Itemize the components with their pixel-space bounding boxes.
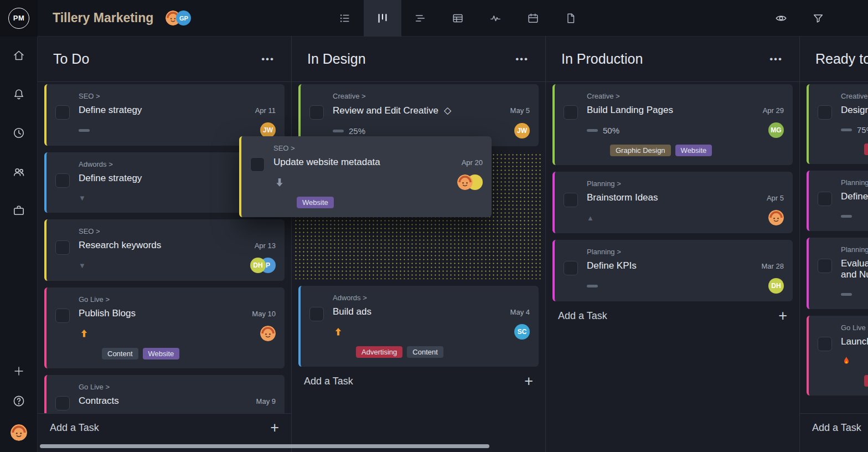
board-view-icon — [376, 12, 389, 24]
user-initials-avatar: SC — [514, 324, 530, 340]
task-category: Creative > — [841, 92, 868, 100]
view-tab-list[interactable] — [326, 0, 364, 37]
assignee-avatars — [260, 326, 276, 341]
assignee-avatars — [457, 174, 483, 190]
view-tab-doc[interactable] — [552, 0, 590, 37]
task-due-date: Apr 29 — [763, 106, 784, 115]
sidebar-user-avatar[interactable] — [11, 424, 27, 441]
column-header: In Production ••• — [546, 37, 799, 82]
task-checkbox[interactable] — [55, 173, 70, 188]
column-title: In Production — [561, 51, 643, 67]
sheet-view-icon — [452, 12, 464, 24]
header-avatars[interactable]: GP — [166, 11, 191, 25]
view-tab-calendar[interactable] — [514, 0, 552, 37]
sidebar-top — [12, 37, 25, 217]
task-title: Define strategy — [79, 173, 142, 184]
priority-fire-icon — [841, 356, 852, 367]
task-checkbox[interactable] — [564, 193, 578, 207]
sidebar-item-plus[interactable] — [12, 364, 25, 378]
topbar: PM Tillery Marketing GP — [0, 0, 868, 37]
task-card[interactable]: Planning > Evaluate and Numbers — [807, 238, 868, 309]
add-task-label: Add a Task — [558, 310, 607, 322]
task-checkbox[interactable] — [55, 396, 70, 410]
activity-view-icon — [489, 12, 502, 24]
task-due-date: Mar 28 — [762, 262, 784, 270]
progress-bar — [333, 130, 344, 132]
column-in-design: In Design ••• Creative > Review and Edit… — [292, 37, 546, 452]
task-category: Planning > — [587, 248, 784, 256]
task-checkbox[interactable] — [309, 307, 324, 321]
task-card[interactable]: Planning > Define message — [807, 171, 868, 231]
task-title: Design Ads — [841, 105, 868, 116]
column-title: To Do — [53, 51, 89, 67]
view-tab-sheet[interactable] — [439, 0, 477, 37]
task-card[interactable]: Planning > Brainstorm Ideas Apr 5 ▲ — [552, 172, 793, 233]
sidebar-item-home[interactable] — [12, 49, 25, 62]
view-tab-board[interactable] — [364, 0, 401, 37]
task-card[interactable]: SEO > Research keywords Apr 13 ▼ DHP — [44, 219, 285, 281]
progress-bar — [841, 129, 852, 131]
dragged-card[interactable]: SEO > Update website metadata Apr 20 Web… — [239, 136, 492, 217]
list-view-icon — [339, 12, 351, 24]
home-icon — [12, 49, 25, 62]
view-tab-tasks[interactable] — [401, 0, 439, 37]
app-logo[interactable]: PM — [0, 0, 38, 37]
task-tags: Graphic DesignWebsite — [610, 145, 784, 156]
task-category: SEO > — [273, 144, 483, 152]
briefcase-icon — [12, 204, 25, 217]
task-due-date: Apr 5 — [767, 194, 784, 202]
add-task-button[interactable]: Add a Task + — [38, 413, 291, 442]
task-checkbox[interactable] — [55, 105, 70, 120]
tag-website: Website — [143, 348, 180, 359]
pm-logo-icon: PM — [8, 8, 29, 29]
tag-advertising: Advertising — [356, 346, 402, 358]
user-initials-avatar: DH — [250, 258, 266, 273]
sidebar-item-briefcase[interactable] — [12, 204, 25, 217]
task-tags: AdvertisingContent — [356, 346, 530, 358]
task-checkbox[interactable] — [564, 105, 578, 120]
sidebar-item-bell[interactable] — [12, 88, 25, 101]
task-card[interactable]: Go Live > Publish Blogs May 10 ContentWe… — [44, 287, 285, 368]
task-title: Contracts — [79, 396, 119, 407]
column-menu-button[interactable]: ••• — [261, 54, 275, 65]
tag-content: Content — [102, 348, 138, 359]
sidebar-item-clock[interactable] — [12, 126, 25, 140]
column-todo: To Do ••• SEO > Define strategy Apr 11 J… — [38, 37, 292, 452]
task-checkbox[interactable] — [55, 309, 70, 323]
task-card[interactable]: Go Live > Launch Campaign Advertising — [807, 316, 868, 396]
task-checkbox[interactable] — [250, 157, 265, 172]
task-title: Update website metadata — [273, 157, 380, 168]
task-checkbox[interactable] — [309, 105, 324, 120]
task-checkbox[interactable] — [564, 261, 578, 275]
plus-icon: + — [524, 374, 533, 389]
task-checkbox[interactable] — [55, 240, 70, 255]
task-card[interactable]: Adwords > Build ads May 4 SC Advertising… — [298, 286, 539, 367]
visibility-icon[interactable] — [775, 12, 787, 24]
sidebar-item-team[interactable] — [12, 165, 25, 178]
task-card[interactable]: Creative > Build Landing Pages Apr 29 50… — [552, 84, 793, 165]
task-category: SEO > — [79, 92, 276, 100]
priority-up-icon — [79, 328, 90, 339]
column-menu-button[interactable]: ••• — [769, 54, 783, 65]
add-task-button[interactable]: Add a Task + — [546, 301, 799, 330]
view-tab-activity[interactable] — [477, 0, 514, 37]
add-task-button[interactable]: Add a Task + — [800, 413, 868, 442]
assignee-avatars: SC — [514, 324, 530, 340]
filter-icon[interactable] — [812, 12, 824, 24]
task-card[interactable]: Go Live > Contracts May 9 — [44, 375, 285, 413]
task-card[interactable]: Creative > Design Ads 75% Advertising — [807, 84, 868, 164]
add-task-label: Add a Task — [812, 422, 861, 434]
horizontal-scrollbar[interactable] — [40, 444, 489, 448]
progress-bar — [841, 293, 852, 296]
task-checkbox[interactable] — [818, 105, 832, 120]
task-checkbox[interactable] — [818, 192, 832, 206]
priority-up-icon — [333, 326, 344, 337]
add-task-button[interactable]: Add a Task + — [292, 367, 545, 396]
sidebar-item-help[interactable] — [12, 394, 25, 408]
task-checkbox[interactable] — [818, 337, 832, 351]
task-card[interactable]: Planning > Define KPIs Mar 28 DH — [552, 240, 793, 301]
progress-bar — [587, 129, 598, 132]
column-header: To Do ••• — [38, 37, 291, 82]
task-checkbox[interactable] — [818, 259, 832, 273]
column-menu-button[interactable]: ••• — [515, 54, 529, 65]
